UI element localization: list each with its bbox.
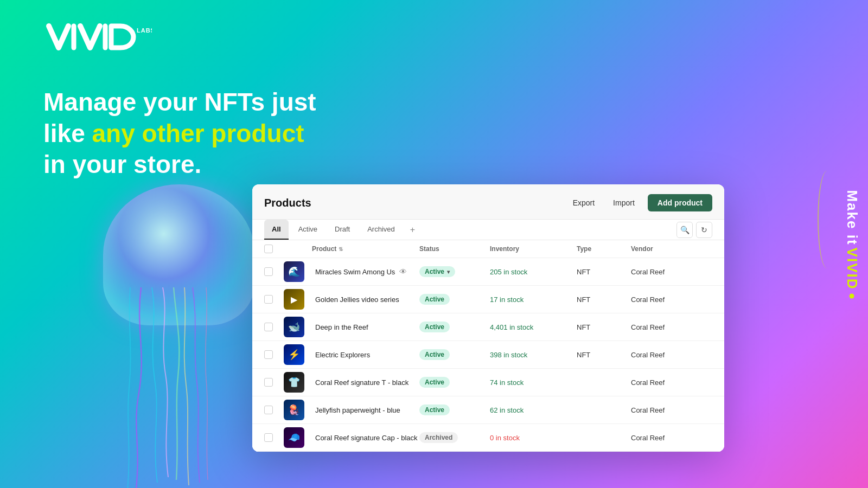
tabs-right-actions: 🔍 ↻	[676, 222, 712, 238]
row1-status-dropdown-arrow: ▾	[447, 269, 450, 275]
row6-thumbnail: 🪼	[284, 400, 304, 420]
row2-product-name: Golden Jellies video series	[315, 296, 399, 304]
row3-type-value: NFT	[577, 323, 590, 331]
row5-inventory-value: 74 in stock	[490, 378, 524, 387]
add-product-button[interactable]: Add product	[648, 194, 712, 211]
refresh-icon: ↻	[701, 226, 707, 234]
row1-type: NFT	[577, 267, 631, 277]
svg-text:LABS: LABS	[137, 27, 152, 34]
row1-status-badge[interactable]: Active ▾	[419, 266, 455, 277]
th-product: Product ⇅	[312, 245, 419, 253]
row1-type-value: NFT	[577, 268, 590, 276]
row2-vendor: Coral Reef	[631, 294, 712, 304]
row2-name-cell: Golden Jellies video series	[312, 296, 419, 304]
import-button[interactable]: Import	[608, 195, 640, 210]
row7-vendor: Coral Reef	[631, 433, 712, 442]
row3-status: Active	[419, 322, 490, 332]
row1-checkbox[interactable]	[264, 267, 273, 276]
tab-archived[interactable]: Archived	[360, 220, 403, 240]
headline-line3: in your store.	[43, 149, 316, 181]
export-button[interactable]: Export	[567, 195, 600, 210]
row1-eye-icon[interactable]: 👁	[399, 267, 407, 276]
row4-inventory-value: 398 in stock	[490, 351, 527, 359]
row5-checkbox[interactable]	[264, 378, 273, 387]
row6-check	[264, 406, 284, 414]
headline-line2: like any other product	[43, 118, 316, 150]
row3-inventory: 4,401 in stock	[490, 322, 577, 332]
table-row: 👕 Coral Reef signature T - black Active …	[252, 369, 724, 396]
product-sort-icon[interactable]: ⇅	[339, 246, 343, 252]
row5-vendor: Coral Reef	[631, 377, 712, 387]
row1-vendor: Coral Reef	[631, 267, 712, 277]
headline-line1: Manage your NFTs just	[43, 87, 316, 118]
row1-name-cell: Miracles Swim Among Us 👁	[312, 267, 419, 276]
row5-name-cell: Coral Reef signature T - black	[312, 378, 419, 387]
row6-inventory-value: 62 in stock	[490, 406, 524, 414]
row4-checkbox[interactable]	[264, 350, 273, 359]
row4-status-badge: Active	[419, 349, 450, 360]
row1-check	[264, 267, 284, 276]
row5-inventory: 74 in stock	[490, 377, 577, 387]
row6-thumb: 🪼	[284, 400, 312, 420]
row3-thumbnail: 🐋	[284, 317, 304, 337]
row4-vendor: Coral Reef	[631, 350, 712, 359]
tabs-bar: All Active Draft Archived + 🔍 ↻	[252, 220, 724, 240]
th-thumb	[284, 245, 312, 253]
side-curve-decoration	[818, 171, 837, 268]
header-actions: Export Import Add product	[567, 194, 712, 211]
table-row: 🧢 Coral Reef signature Cap - black Archi…	[252, 424, 724, 452]
row7-thumb: 🧢	[284, 427, 312, 448]
row5-status-badge: Active	[419, 377, 450, 388]
row3-product-name: Deep in the Reef	[315, 323, 368, 331]
tab-active[interactable]: Active	[291, 220, 325, 240]
side-text: Make it VIVID	[844, 190, 860, 298]
row2-status-badge: Active	[419, 294, 450, 305]
row4-name-cell: Electric Explorers	[312, 351, 419, 359]
logo-area: LABS	[43, 22, 152, 59]
row3-checkbox[interactable]	[264, 323, 273, 331]
th-inventory: Inventory	[490, 245, 577, 253]
row4-status: Active	[419, 349, 490, 360]
row6-vendor: Coral Reef	[631, 405, 712, 415]
row1-inventory-value: 205 in stock	[490, 268, 527, 276]
row3-thumb: 🐋	[284, 317, 312, 337]
refresh-button[interactable]: ↻	[696, 222, 712, 238]
row7-inventory-value: 0 in stock	[490, 434, 520, 442]
tab-all[interactable]: All	[264, 220, 289, 240]
row3-vendor-value: Coral Reef	[631, 323, 665, 331]
row7-status-badge: Archived	[419, 432, 458, 443]
row3-type: NFT	[577, 322, 631, 332]
row4-vendor-value: Coral Reef	[631, 351, 665, 359]
row5-thumb: 👕	[284, 372, 312, 393]
th-status: Status	[419, 245, 490, 253]
row3-name-cell: Deep in the Reef	[312, 323, 419, 331]
table-row: ▶ Golden Jellies video series Active 17 …	[252, 286, 724, 313]
th-check	[264, 245, 284, 253]
row3-inventory-value: 4,401 in stock	[490, 323, 533, 331]
row7-check	[264, 433, 284, 442]
panel-title: Products	[264, 197, 311, 209]
row3-check	[264, 323, 284, 331]
row2-type-value: NFT	[577, 296, 590, 304]
row2-vendor-value: Coral Reef	[631, 296, 665, 304]
tab-draft[interactable]: Draft	[327, 220, 358, 240]
row7-checkbox[interactable]	[264, 433, 273, 442]
products-table: Product ⇅ Status Inventory Type Vendor 🌊…	[252, 240, 724, 452]
header-checkbox[interactable]	[264, 245, 273, 253]
row6-status-badge: Active	[419, 404, 450, 415]
row2-thumbnail: ▶	[284, 289, 304, 310]
products-panel: Products Export Import Add product All A…	[252, 184, 724, 452]
row4-type-value: NFT	[577, 351, 590, 359]
row6-inventory: 62 in stock	[490, 405, 577, 415]
row7-vendor-value: Coral Reef	[631, 434, 665, 442]
tab-add-button[interactable]: +	[405, 221, 420, 239]
row4-check	[264, 350, 284, 359]
row4-type: NFT	[577, 350, 631, 359]
row6-checkbox[interactable]	[264, 406, 273, 414]
row2-checkbox[interactable]	[264, 295, 273, 304]
row6-status: Active	[419, 404, 490, 415]
row7-product-name: Coral Reef signature Cap - black	[315, 434, 418, 442]
search-filter-button[interactable]: 🔍	[676, 222, 693, 238]
row4-thumbnail: ⚡	[284, 344, 304, 365]
row6-vendor-value: Coral Reef	[631, 406, 665, 414]
